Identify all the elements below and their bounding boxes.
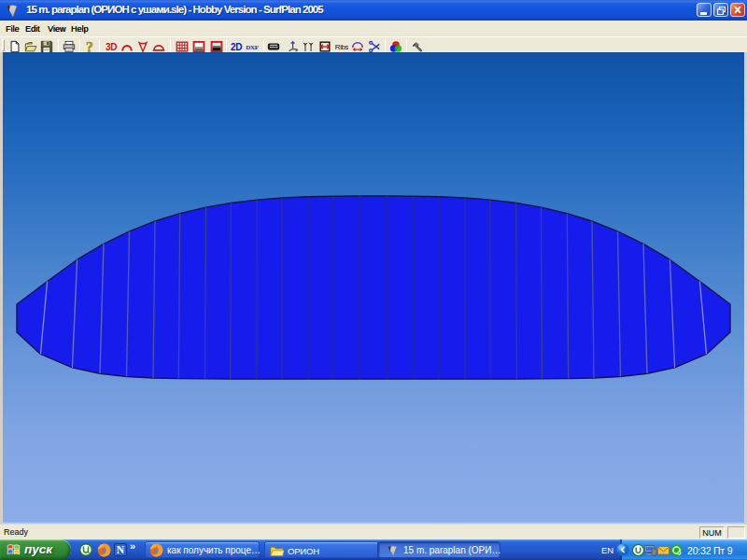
- svg-text:3D: 3D: [106, 41, 117, 51]
- svg-text:?: ?: [86, 40, 93, 53]
- svg-text:DXF: DXF: [246, 44, 259, 51]
- svg-text:N: N: [117, 544, 125, 555]
- svg-text:2D: 2D: [231, 41, 242, 51]
- svg-text:Ribs: Ribs: [335, 43, 348, 51]
